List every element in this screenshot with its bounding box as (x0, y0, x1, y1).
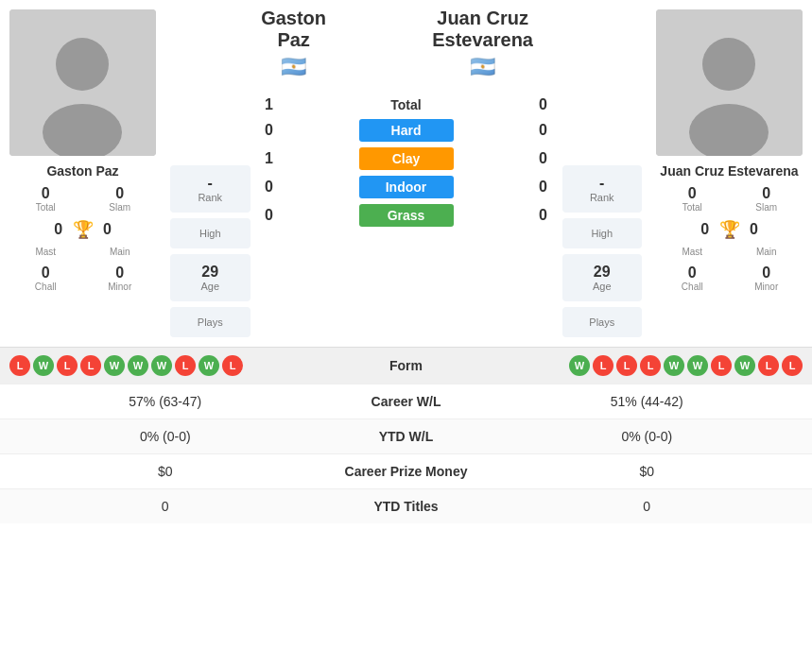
form-badge-w: W (104, 355, 125, 376)
main-container: Gaston Paz 0 Total 0 Slam 0 🏆 0 (0, 0, 812, 523)
left-hard-score: 0 (255, 122, 284, 139)
clay-badge: Clay (359, 147, 454, 170)
svg-point-1 (56, 38, 109, 91)
svg-point-4 (702, 38, 755, 91)
right-stat-mast-label: Mast (656, 244, 729, 260)
form-badge-l: L (9, 355, 30, 376)
form-badge-l: L (782, 355, 803, 376)
score-row-total: 1 Total 0 (255, 96, 558, 113)
right-stat-main-label: Main (731, 244, 803, 260)
right-high-box: High (562, 218, 643, 248)
right-ytd-titles: 0 (501, 499, 794, 514)
left-high-box: High (170, 218, 251, 248)
form-badge-l: L (175, 355, 196, 376)
right-flag: 🇦🇷 (408, 55, 558, 79)
left-ytd-titles: 0 (19, 499, 312, 514)
left-stat-minor: 0 Minor (84, 262, 157, 295)
right-hard-score: 0 (529, 122, 558, 139)
left-player-name: Gaston Paz (46, 163, 118, 179)
left-player-avatar (9, 9, 156, 156)
form-label: Form (350, 358, 463, 373)
career-prize-row: $0 Career Prize Money $0 (0, 453, 812, 488)
right-plays-box: Plays (562, 307, 643, 337)
left-total-score: 1 (255, 96, 284, 113)
career-wl-label: Career W/L (312, 394, 501, 409)
left-player-title: Gaston Paz (255, 8, 333, 51)
ytd-wl-row: 0% (0-0) YTD W/L 0% (0-0) (0, 418, 812, 453)
form-badge-w: W (687, 355, 708, 376)
left-flag: 🇦🇷 (255, 55, 333, 79)
total-label: Total (369, 97, 444, 112)
form-badge-w: W (569, 355, 590, 376)
left-career-wl: 57% (63-47) (19, 394, 312, 409)
scores-section: 1 Total 0 0 Hard 0 1 Clay 0 0 (255, 91, 558, 232)
form-badge-l: L (57, 355, 78, 376)
form-badge-l: L (80, 355, 101, 376)
center-scores-area: Gaston Paz 🇦🇷 Juan Cruz Estevarena 🇦🇷 1 … (255, 0, 558, 347)
left-ytd-wl: 0% (0-0) (19, 429, 312, 444)
indoor-badge: Indoor (359, 176, 454, 198)
score-row-clay: 1 Clay 0 (255, 147, 558, 170)
left-trophy-icon: 🏆 (73, 219, 94, 240)
left-info-area: - Rank High 29 Age Plays (165, 0, 255, 347)
left-stat-mast-label: Mast (9, 244, 82, 260)
right-player-stats: 0 Total 0 Slam 0 🏆 0 Mast (656, 182, 803, 295)
left-plays-box: Plays (170, 307, 251, 337)
bottom-stats: 57% (63-47) Career W/L 51% (44-42) 0% (0… (0, 384, 812, 523)
right-player-photo-area: Juan Cruz Estevarena 0 Total 0 Slam 0 🏆 … (647, 0, 812, 347)
right-ytd-wl: 0% (0-0) (501, 429, 794, 444)
right-clay-score: 0 (529, 150, 558, 167)
ytd-titles-row: 0 YTD Titles 0 (0, 488, 812, 523)
form-badge-w: W (151, 355, 172, 376)
form-section: LWLLWWWLWL Form WLLLWWLWLL (0, 347, 812, 384)
right-rank-box: - Rank (562, 165, 643, 213)
left-stat-slam: 0 Slam (84, 182, 157, 215)
score-row-grass: 0 Grass 0 (255, 204, 558, 227)
form-badge-l: L (758, 355, 779, 376)
score-row-hard: 0 Hard 0 (255, 119, 558, 142)
form-badge-l: L (640, 355, 661, 376)
career-wl-row: 57% (63-47) Career W/L 51% (44-42) (0, 384, 812, 418)
right-player-title: Juan Cruz Estevarena (408, 8, 558, 51)
right-info-area: - Rank High 29 Age Plays (558, 0, 648, 347)
right-form-badges: WLLLWWLWLL (463, 355, 803, 376)
form-badge-w: W (734, 355, 755, 376)
form-badge-l: L (711, 355, 732, 376)
form-badge-l: L (616, 355, 637, 376)
left-stat-main-label: Main (84, 244, 157, 260)
grass-badge: Grass (359, 204, 454, 227)
right-indoor-score: 0 (529, 179, 558, 196)
top-section: Gaston Paz 0 Total 0 Slam 0 🏆 0 (0, 0, 812, 347)
right-career-wl: 51% (44-42) (501, 394, 794, 409)
left-stat-chall: 0 Chall (9, 262, 82, 295)
ytd-titles-label: YTD Titles (312, 499, 501, 514)
left-career-prize: $0 (19, 464, 312, 479)
right-stat-slam: 0 Slam (731, 182, 803, 215)
left-form-badges: LWLLWWWLWL (9, 355, 350, 376)
right-player-avatar (656, 9, 803, 156)
form-badge-l: L (222, 355, 243, 376)
form-badge-w: W (33, 355, 54, 376)
left-clay-score: 1 (255, 150, 284, 167)
left-player-stats: 0 Total 0 Slam 0 🏆 0 Mast (9, 182, 156, 295)
left-age-box: 29 Age (170, 254, 251, 301)
right-stat-minor: 0 Minor (731, 262, 803, 295)
form-badge-w: W (128, 355, 148, 376)
right-total-score: 0 (529, 96, 558, 113)
hard-badge: Hard (359, 119, 454, 142)
left-player-photo-area: Gaston Paz 0 Total 0 Slam 0 🏆 0 (0, 0, 165, 347)
score-row-indoor: 0 Indoor 0 (255, 176, 558, 198)
left-rank-box: - Rank (170, 165, 251, 213)
form-badge-w: W (199, 355, 219, 376)
left-indoor-score: 0 (255, 179, 284, 196)
right-grass-score: 0 (529, 207, 558, 224)
right-stat-chall: 0 Chall (656, 262, 729, 295)
ytd-wl-label: YTD W/L (312, 429, 501, 444)
right-age-box: 29 Age (562, 254, 643, 301)
career-prize-label: Career Prize Money (312, 464, 501, 479)
left-grass-score: 0 (255, 207, 284, 224)
form-badge-w: W (664, 355, 684, 376)
right-stat-total: 0 Total (656, 182, 729, 215)
left-stat-total: 0 Total (9, 182, 82, 215)
right-career-prize: $0 (501, 464, 794, 479)
